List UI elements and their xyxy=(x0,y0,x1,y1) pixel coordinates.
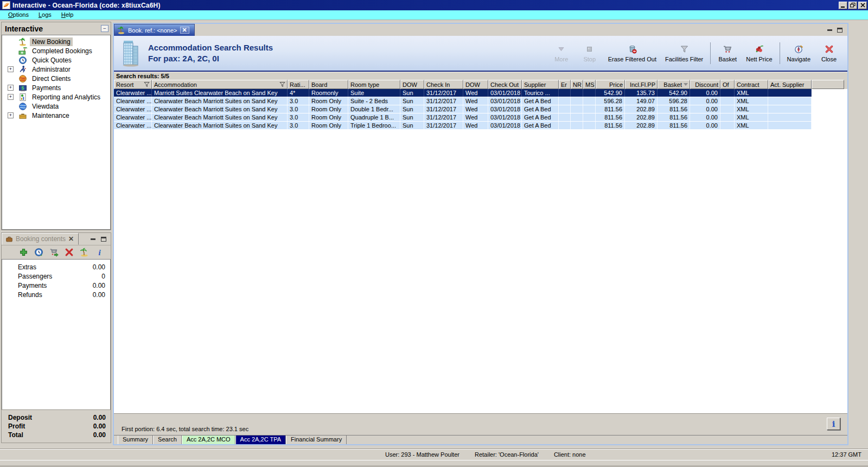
navigation-panel-header: Interactive − xyxy=(2,22,111,35)
delete-button[interactable] xyxy=(65,248,74,257)
expand-icon[interactable]: + xyxy=(8,94,14,100)
sidebar-item-label: Viewdata xyxy=(32,103,59,110)
navigation-tree: +New Booking+Completed Bookings+Quick Qu… xyxy=(2,35,111,230)
booking-contents-panel: Booking contents ✕ i Extras0.00Passenger… xyxy=(1,232,111,443)
table-row[interactable]: Clearwater ...Clearwater Beach Marriott … xyxy=(114,97,812,105)
quick-quote-button[interactable] xyxy=(34,248,43,257)
tab-search[interactable]: Search xyxy=(153,436,182,444)
menu-options[interactable]: Options xyxy=(3,11,34,19)
column-header-rati[interactable]: Rati... xyxy=(288,80,309,89)
table-row[interactable]: Clearwater ...Clearwater Beach Marriott … xyxy=(114,105,812,113)
funnel-icon xyxy=(144,81,150,87)
toolbar-erase-filtered-out[interactable]: Erase Filtered Out xyxy=(608,44,656,62)
sidebar-item-new-booking[interactable]: +New Booking xyxy=(2,37,110,46)
document-minimize-icon[interactable] xyxy=(827,29,832,31)
column-header-board[interactable]: Board xyxy=(309,80,348,89)
toolbar-navigate[interactable]: Navigate xyxy=(787,44,810,62)
column-header-act-supplier[interactable]: Act. Supplier xyxy=(768,80,812,89)
window-restore-button[interactable] xyxy=(848,2,857,9)
toolbar-stop[interactable]: Stop xyxy=(580,44,599,62)
sidebar-item-maintenance[interactable]: +Maintenance xyxy=(2,111,110,120)
toolbar-basket[interactable]: Basket xyxy=(718,44,737,62)
column-header-contract[interactable]: Contract xyxy=(735,80,768,89)
erase-filtered-icon xyxy=(627,44,637,54)
toolbar-nett-price[interactable]: Nett Price xyxy=(746,44,772,62)
column-header-ms[interactable]: MS xyxy=(583,80,596,89)
window-title: Interactive - Ocean-Florida (code: x8tiu… xyxy=(12,2,161,9)
sidebar-item-completed-bookings[interactable]: +Completed Bookings xyxy=(2,46,110,55)
status-clock: 12:37 GMT xyxy=(832,451,861,458)
table-row[interactable]: Clearwater ...Marriott Suites Clearwater… xyxy=(114,89,812,97)
table-row[interactable]: Clearwater ...Clearwater Beach Marriott … xyxy=(114,122,812,130)
info-button[interactable]: i xyxy=(827,418,840,430)
column-header-resort[interactable]: Resort xyxy=(114,80,152,89)
collapse-panel-button[interactable]: − xyxy=(101,25,108,32)
sidebar-item-label: Administrator xyxy=(32,66,71,73)
tab-book-ref[interactable]: Book. ref.: <none> ✕ xyxy=(114,24,195,36)
booking-contents-summary: Deposit0.00Profit0.00Total0.00 xyxy=(2,409,111,443)
document-maximize-icon[interactable] xyxy=(837,28,843,33)
column-header-er[interactable]: Er xyxy=(559,80,571,89)
page-subtitle: For pax: 2A, 2C, 0I xyxy=(148,53,273,64)
close-booking-contents-icon[interactable]: ✕ xyxy=(68,235,74,243)
column-header-check-out[interactable]: Check Out xyxy=(488,80,522,89)
sidebar-item-label: Quick Quotes xyxy=(32,56,72,64)
expand-icon[interactable]: + xyxy=(8,112,14,118)
tab-booking-contents[interactable]: Booking contents ✕ xyxy=(2,233,79,245)
column-header-check-in[interactable]: Check In xyxy=(424,80,463,89)
toolbar-more[interactable]: More xyxy=(552,44,571,62)
tab-financial-summary[interactable]: Financial Summary xyxy=(286,436,347,444)
add-button[interactable] xyxy=(19,248,28,257)
stop-icon xyxy=(584,44,595,54)
quick-quotes-icon xyxy=(18,56,27,65)
reporting-icon xyxy=(18,93,27,102)
search-timing-status: First portion: 6.4 sec, total search tim… xyxy=(122,426,248,432)
column-header-dow[interactable]: DOW xyxy=(400,80,424,89)
column-header-nr[interactable]: NR xyxy=(571,80,583,89)
column-header-discount[interactable]: Discount xyxy=(690,80,720,89)
tab-acc-2a-2c-tpa[interactable]: Acc 2A,2C TPA xyxy=(235,436,286,444)
menu-bar: OptionsLogsHelp xyxy=(0,10,868,20)
document-tabrow: Book. ref.: <none> ✕ xyxy=(114,24,847,36)
status-retailer: Retailer: 'Ocean-Florida' xyxy=(475,451,539,458)
booking-contents-row: Refunds0.00 xyxy=(2,290,110,299)
sidebar-item-payments[interactable]: +$Payments xyxy=(2,83,110,92)
toolbar-facilities-filter[interactable]: Facilities Filter xyxy=(665,44,703,62)
table-row[interactable]: Clearwater ...Clearwater Beach Marriott … xyxy=(114,113,812,122)
sidebar-item-administrator[interactable]: +Administrator xyxy=(2,65,110,74)
move-to-basket-button[interactable] xyxy=(49,248,59,257)
toolbar-close[interactable]: Close xyxy=(819,44,839,62)
menu-logs[interactable]: Logs xyxy=(34,11,56,19)
column-header-supplier[interactable]: Supplier xyxy=(522,80,559,89)
column-header-room-type[interactable]: Room type xyxy=(348,80,400,89)
panel-minimize-icon[interactable] xyxy=(91,238,95,240)
menu-help[interactable]: Help xyxy=(56,11,79,19)
close-tab-icon[interactable]: ✕ xyxy=(180,27,189,34)
sidebar-item-reporting-and-analytics[interactable]: +Reporting and Analytics xyxy=(2,92,110,102)
info-button[interactable]: i xyxy=(95,248,104,257)
column-header-basket[interactable]: Basket xyxy=(658,80,690,89)
tab-summary[interactable]: Summary xyxy=(118,436,153,444)
more-icon xyxy=(556,44,566,54)
sidebar-item-direct-clients[interactable]: +Direct Clients xyxy=(2,74,110,83)
column-header-incl-fl-pp[interactable]: Incl.Fl.PP xyxy=(625,80,658,89)
panel-maximize-icon[interactable] xyxy=(101,237,106,242)
booking-contents-row: Passengers0 xyxy=(2,272,110,281)
new-booking-button[interactable] xyxy=(80,248,89,257)
sidebar-item-quick-quotes[interactable]: +Quick Quotes xyxy=(2,55,110,65)
column-header-blank[interactable] xyxy=(812,80,844,89)
booking-contents-tab-label: Booking contents xyxy=(16,235,66,243)
building-icon xyxy=(122,40,141,67)
column-header-dow[interactable]: DOW xyxy=(463,80,488,89)
window-close-button[interactable] xyxy=(858,2,867,9)
column-header-of[interactable]: Of xyxy=(720,80,735,89)
tab-acc-2a-2c-mco[interactable]: Acc 2A,2C MCO xyxy=(182,436,235,444)
column-header-price[interactable]: Price xyxy=(596,80,625,89)
sidebar-item-label: Direct Clients xyxy=(32,75,71,83)
expand-icon[interactable]: + xyxy=(8,85,14,91)
window-minimize-button[interactable] xyxy=(839,2,847,9)
expand-icon[interactable]: + xyxy=(8,66,14,72)
sidebar-item-viewdata[interactable]: +Viewdata xyxy=(2,102,110,111)
page-title: Accommodation Search Results xyxy=(148,42,273,53)
column-header-accommodation[interactable]: Accommodation xyxy=(152,80,288,89)
